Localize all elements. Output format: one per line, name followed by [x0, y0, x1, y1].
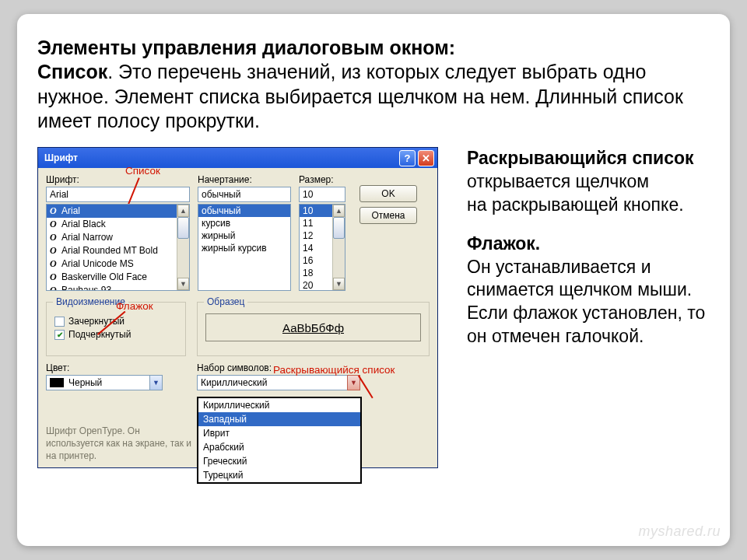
label-underline: Подчеркнутый — [68, 329, 131, 340]
sample-preview: АаВbБбФф — [205, 313, 421, 341]
headline-bold-2: Список — [37, 61, 107, 82]
font-dialog: Шрифт ? ✕ Список Шрифт: OArial — [37, 147, 438, 468]
scroll-thumb[interactable] — [177, 217, 189, 239]
style-listbox[interactable]: обычный курсив жирный жирный курсив — [198, 204, 291, 291]
size-input[interactable] — [299, 187, 345, 202]
watermark: myshared.ru — [638, 523, 721, 540]
font-scrollbar[interactable]: ▲ ▼ — [177, 205, 189, 290]
help-button[interactable]: ? — [399, 150, 416, 166]
right-text: Раскрывающийся список открывается щелчко… — [467, 147, 710, 468]
label-style: Начертание: — [198, 174, 291, 185]
dialog-footer-note: Шрифт OpenType. Он используется как на э… — [46, 425, 194, 463]
chevron-down-icon[interactable]: ▼ — [149, 375, 163, 390]
group-modification: Видоизменение Зачеркнутый ✔ Подчеркнутый — [46, 302, 186, 356]
headline: Элементы управления диалоговым окном: Сп… — [37, 36, 710, 133]
size-listbox[interactable]: 10 11 12 14 16 18 20 ▲ ▼ — [299, 204, 345, 291]
p1-bold: Раскрывающийся список — [467, 148, 694, 168]
scroll-up-icon[interactable]: ▲ — [333, 205, 345, 217]
label-size: Размер: — [299, 174, 345, 185]
scroll-down-icon[interactable]: ▼ — [333, 278, 345, 290]
label-font: Шрифт: — [46, 174, 190, 185]
scroll-down-icon[interactable]: ▼ — [177, 278, 189, 290]
charset-open-list[interactable]: Кириллический Западный Иврит Арабский Гр… — [197, 397, 362, 484]
ok-button[interactable]: OK — [359, 185, 417, 202]
size-scrollbar[interactable]: ▲ ▼ — [332, 205, 345, 290]
label-charset: Набор символов: — [197, 362, 272, 373]
charset-dropdown[interactable]: Кириллический ▼ — [197, 375, 360, 390]
color-swatch — [50, 378, 64, 387]
checkbox-underline[interactable]: ✔ — [54, 330, 65, 340]
label-strike: Зачеркнутый — [68, 316, 124, 327]
group-sample: Образец АаВbБбФф — [197, 302, 430, 356]
dialog-title: Шрифт — [44, 152, 78, 163]
font-input[interactable] — [46, 187, 190, 202]
label-color: Цвет: — [46, 362, 69, 373]
scroll-up-icon[interactable]: ▲ — [177, 205, 189, 217]
chevron-down-icon[interactable]: ▼ — [347, 375, 360, 390]
titlebar: Шрифт ? ✕ — [38, 148, 437, 168]
font-listbox[interactable]: OArial OArial Black OArial Narrow OArial… — [46, 204, 190, 291]
color-dropdown[interactable]: Черный ▼ — [46, 375, 163, 390]
p2-bold: Флажок. — [467, 233, 540, 254]
slide: Элементы управления диалоговым окном: Сп… — [17, 14, 730, 546]
style-input[interactable] — [198, 187, 291, 202]
legend-sample: Образец — [204, 296, 247, 307]
cancel-button[interactable]: Отмена — [359, 207, 417, 224]
checkbox-strike[interactable] — [54, 317, 65, 327]
headline-bold-1: Элементы управления диалоговым окном: — [37, 37, 455, 58]
scroll-thumb[interactable] — [333, 217, 345, 239]
close-button[interactable]: ✕ — [418, 150, 434, 166]
legend-mod: Видоизменение — [53, 296, 128, 307]
headline-rest: . Это перечень значений, из которых след… — [37, 61, 683, 131]
